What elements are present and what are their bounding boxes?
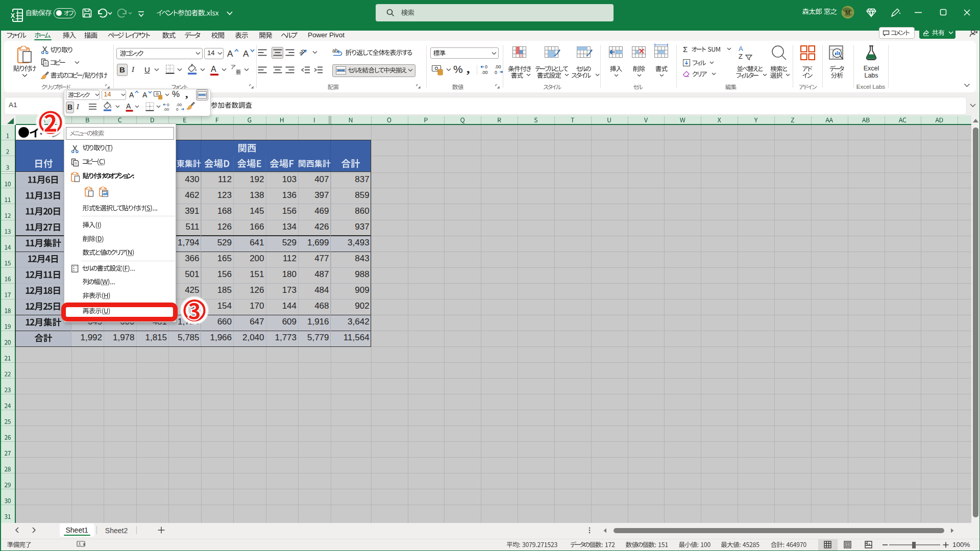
svg-text:0: 0 [495, 70, 497, 75]
svg-text:A: A [739, 45, 743, 53]
svg-text:A: A [227, 49, 233, 59]
svg-text:A: A [129, 91, 134, 99]
svg-text:0: 0 [176, 107, 179, 112]
svg-text:Z: Z [739, 53, 743, 60]
svg-text:A: A [211, 65, 216, 73]
svg-text:X: X [11, 12, 15, 19]
svg-text:A: A [243, 49, 249, 59]
svg-text:ab: ab [332, 48, 338, 54]
svg-text:ab: ab [299, 47, 306, 56]
svg-text:A: A [126, 102, 131, 110]
svg-text:.00: .00 [495, 64, 501, 69]
svg-text:.00: .00 [481, 70, 488, 75]
svg-text:.00: .00 [163, 107, 169, 112]
svg-text:.00: .00 [176, 103, 182, 107]
svg-text:M: M [845, 9, 850, 16]
svg-text:0: 0 [485, 64, 487, 69]
svg-text:A: A [142, 91, 148, 99]
svg-text:0: 0 [167, 103, 169, 107]
